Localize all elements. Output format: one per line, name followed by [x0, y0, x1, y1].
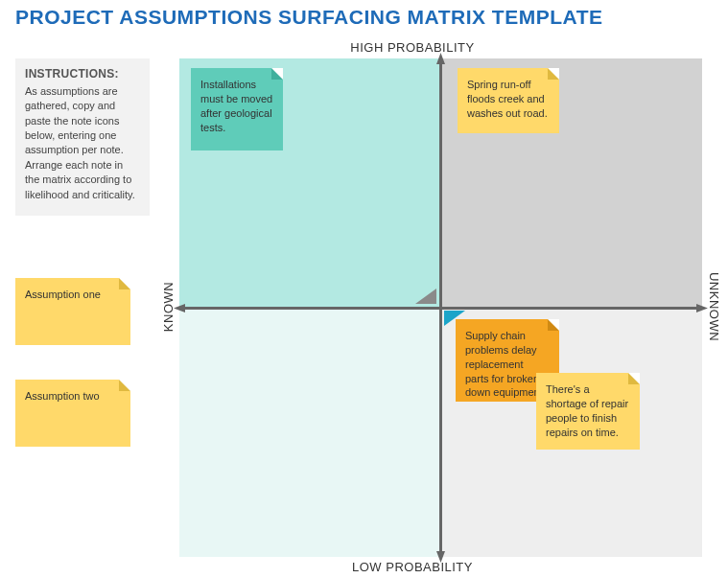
axis-label-unknown: UNKNOWN — [707, 272, 721, 341]
instructions-body: As assumptions are gathered, copy and pa… — [25, 84, 140, 202]
matrix-grid[interactable]: Installations must be moved after geolog… — [179, 58, 702, 557]
palette-note-2[interactable]: Assumption two — [15, 380, 130, 447]
note-supply-chain-text: Supply chain problems delay replacement … — [465, 330, 546, 398]
palette-note-2-text: Assumption two — [25, 390, 100, 402]
axis-label-high-probability: HIGH PROBABILITY — [350, 40, 474, 55]
page-title: PROJECT ASSUMPTIONS SURFACING MATRIX TEM… — [0, 0, 728, 29]
note-spring-runoff-text: Spring run-off floods creek and washes o… — [467, 79, 548, 119]
center-triangle-gray-icon — [415, 289, 436, 304]
note-installations-text: Installations must be moved after geolog… — [200, 79, 272, 133]
note-spring-runoff[interactable]: Spring run-off floods creek and washes o… — [458, 68, 559, 133]
quadrant-known-low[interactable] — [179, 308, 441, 557]
palette-note-1[interactable]: Assumption one — [15, 278, 130, 345]
note-repair-shortage[interactable]: There's a shortage of repair people to f… — [536, 373, 640, 450]
palette-note-1-text: Assumption one — [25, 289, 101, 300]
note-installations[interactable]: Installations must be moved after geolog… — [191, 68, 283, 150]
note-repair-shortage-text: There's a shortage of repair people to f… — [546, 383, 628, 438]
svg-marker-1 — [174, 304, 708, 312]
horizontal-axis-arrow-icon — [174, 304, 708, 312]
instructions-panel: INSTRUCTIONS: As assumptions are gathere… — [15, 58, 150, 216]
axis-label-low-probability: LOW PROBABILITY — [352, 560, 473, 574]
instructions-heading: INSTRUCTIONS: — [25, 66, 140, 82]
